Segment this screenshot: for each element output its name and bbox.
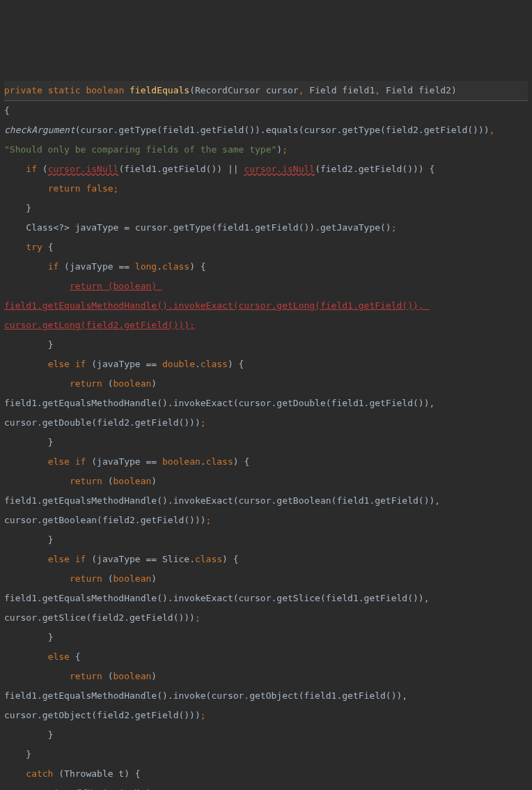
invoke-expr: field1.getEqualsMethodHandle().invokeExa… [4, 398, 440, 408]
expr: (field2.getField())) { [315, 164, 435, 174]
warning-invoke: cursor.getLong(field2.getField())); [4, 320, 195, 330]
param-type: Field [386, 85, 413, 95]
check-expr: (cursor.getType(field1.getField()).equal… [75, 125, 490, 135]
semicolon: ; [201, 710, 206, 720]
keyword-return: return [70, 476, 102, 486]
invoke-expr: field1.getEqualsMethodHandle().invokeExa… [4, 593, 435, 603]
param-type: RecordCursor [195, 85, 260, 95]
keyword-class: class [201, 359, 228, 369]
paren: ( [189, 85, 195, 95]
brace: { [48, 242, 54, 252]
keyword-else: else [48, 359, 70, 369]
keyword-if: if [75, 359, 86, 369]
comma: , [490, 125, 495, 135]
keyword-class: class [195, 554, 222, 564]
brace: } [26, 749, 31, 759]
method-signature-line: private static boolean fieldEquals(Recor… [4, 81, 528, 101]
paren: ) [151, 573, 162, 584]
dot: . [195, 359, 201, 369]
catch-param: (Throwable t) { [58, 768, 140, 779]
dot: . [201, 456, 206, 467]
paren: ) [151, 476, 162, 486]
param-name: cursor [266, 85, 299, 95]
paren: ) [451, 85, 457, 95]
keyword-boolean: boolean [86, 85, 124, 95]
keyword-boolean: boolean [114, 671, 152, 681]
brace: { [75, 651, 81, 662]
paren-brace: ) { [189, 261, 205, 272]
invoke-expr: cursor.getDouble(field2.getField())) [4, 417, 201, 428]
invoke-expr: cursor.getBoolean(field2.getField())) [4, 515, 206, 525]
code-editor[interactable]: private static boolean fieldEquals(Recor… [4, 81, 528, 790]
keyword-boolean: boolean [162, 456, 201, 467]
brace: { [4, 105, 10, 116]
keyword-boolean: boolean [114, 476, 152, 486]
warning-call: cursor.isNull [48, 164, 119, 174]
semicolon: ; [195, 612, 201, 623]
warning-return: return (boolean) [70, 281, 162, 291]
param-type: Field [309, 85, 336, 95]
expr: (javaType == [91, 359, 162, 369]
brace: } [48, 729, 54, 740]
method-name: fieldEquals [130, 85, 189, 95]
static-method-call: checkArgument [4, 125, 75, 135]
paren: ( [108, 378, 114, 389]
keyword-catch: catch [26, 768, 53, 779]
type-slice: Slice. [162, 554, 195, 564]
keyword-return: return [70, 671, 102, 681]
semicolon: ; [114, 183, 119, 194]
semicolon: ; [391, 222, 397, 233]
keyword-if: if [48, 261, 59, 272]
comma: , [375, 85, 380, 95]
brace: } [26, 203, 31, 213]
paren: ( [108, 671, 114, 681]
keyword-else: else [48, 554, 70, 564]
keyword-private: private [4, 85, 42, 95]
param-name: field1 [342, 85, 375, 95]
brace: } [48, 632, 54, 642]
keyword-boolean: boolean [114, 573, 152, 584]
keyword-if: if [26, 164, 37, 174]
paren: ( [108, 573, 114, 584]
expr: (javaType == [91, 554, 162, 564]
keyword-return: return [70, 378, 102, 389]
keyword-if: if [75, 456, 86, 467]
paren-brace: ) { [228, 359, 244, 369]
keyword-class: class [162, 261, 189, 272]
keyword-long: long [135, 261, 157, 272]
expr: (field1.getField()) || [118, 164, 244, 174]
paren: ) [151, 671, 162, 681]
semicolon: ; [201, 417, 206, 428]
param-name: field2 [418, 85, 451, 95]
comma: , [299, 85, 304, 95]
paren: ) [276, 144, 282, 155]
paren: ( [42, 164, 48, 174]
paren-brace: ) { [222, 554, 238, 564]
warning-call: cursor.isNull [244, 164, 315, 174]
keyword-else: else [48, 651, 70, 662]
invoke-expr: field1.getEqualsMethodHandle().invokeExa… [4, 495, 446, 506]
class-decl: Class<?> javaType = cursor.getType(field… [26, 222, 391, 233]
keyword-boolean: boolean [114, 378, 152, 389]
expr: (javaType == [64, 261, 135, 272]
keyword-class: class [206, 456, 233, 467]
semicolon: ; [206, 515, 212, 525]
brace: } [48, 339, 54, 350]
keyword-if: if [75, 554, 86, 564]
semicolon: ; [282, 144, 288, 155]
keyword-double: double [162, 359, 195, 369]
keyword-return: return [48, 183, 81, 194]
warning-invoke: field1.getEqualsMethodHandle().invokeExa… [4, 300, 429, 311]
keyword-static: static [48, 85, 81, 95]
brace: } [48, 437, 54, 447]
invoke-expr: cursor.getSlice(field2.getField())) [4, 612, 195, 623]
paren: ( [108, 476, 114, 486]
dot: . [157, 261, 162, 272]
invoke-expr: cursor.getObject(field2.getField())) [4, 710, 201, 720]
paren-brace: ) { [233, 456, 249, 467]
keyword-return: return [70, 573, 102, 584]
keyword-try: try [26, 242, 42, 252]
paren: ) [151, 378, 162, 389]
brace: } [48, 534, 54, 545]
expr: (javaType == [91, 456, 162, 467]
